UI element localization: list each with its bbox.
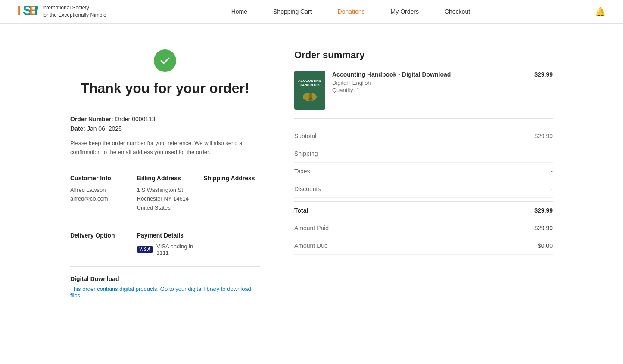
nav-shopping-cart[interactable]: Shopping Cart xyxy=(273,8,312,15)
amount-paid-value: $29.99 xyxy=(534,225,553,231)
product-meta2: Quantity: 1 xyxy=(332,87,527,93)
logo-text: International Society for the Exceptiona… xyxy=(42,4,106,19)
logo-icon: I S E N xyxy=(17,3,38,20)
discounts-value: - xyxy=(551,185,553,192)
billing-line2: Rochester NY 14614 xyxy=(137,194,193,204)
subtotal-row: Subtotal $29.99 xyxy=(294,127,553,145)
svg-rect-5 xyxy=(305,95,308,99)
success-icon-wrap xyxy=(70,49,260,72)
thank-you-title: Thank you for your order! xyxy=(70,80,260,96)
product-info: Accounting Handbook - Digital Download D… xyxy=(332,71,527,94)
billing-line3: United States xyxy=(137,204,193,213)
navigation: Home Shopping Cart Donations My Orders C… xyxy=(231,8,470,15)
product-thumbnail: ACCOUNTINGHANDBOOK xyxy=(294,71,325,110)
customer-info-section: Customer Info Alfred Lawson alfred@cb.co… xyxy=(70,175,127,213)
digital-download-text[interactable]: This order contains digital products. Go… xyxy=(70,286,260,299)
amount-paid-row: Amount Paid $29.99 xyxy=(294,219,553,237)
order-confirmation-left: Thank you for your order! Order Number: … xyxy=(70,49,260,299)
taxes-value: - xyxy=(551,168,553,175)
digital-download-label: Digital Download xyxy=(70,275,260,282)
billing-address-label: Billing Address xyxy=(137,175,193,182)
nav-my-orders[interactable]: My Orders xyxy=(391,8,419,15)
visa-badge: VISA xyxy=(137,246,153,253)
notification-icon[interactable]: 🔔 xyxy=(595,6,606,17)
order-number: Order Number: Order 0000113 xyxy=(70,116,260,123)
subtotal-value: $29.99 xyxy=(534,133,553,139)
visa-wrap: VISA VISA ending in 1111 xyxy=(137,243,193,256)
nav-home[interactable]: Home xyxy=(231,8,247,15)
amount-due-row: Amount Due $0.00 xyxy=(294,237,553,255)
nav-checkout[interactable]: Checkout xyxy=(445,8,470,15)
product-name: Accounting Handbook - Digital Download xyxy=(332,71,527,78)
delivery-option-section: Delivery Option xyxy=(70,232,127,256)
book-title-text: ACCOUNTINGHANDBOOK xyxy=(298,79,321,87)
customer-name: Alfred Lawson xyxy=(70,186,127,195)
amount-paid-label: Amount Paid xyxy=(294,225,329,231)
success-circle xyxy=(154,49,176,72)
taxes-row: Taxes - xyxy=(294,163,553,180)
checkmark-icon xyxy=(159,55,171,67)
main-content: Thank you for your order! Order Number: … xyxy=(53,24,570,316)
svg-text:I: I xyxy=(17,3,21,18)
order-date: Date: Jan 06, 2025 xyxy=(70,125,260,132)
taxes-label: Taxes xyxy=(294,168,310,175)
shipping-address-section: Shipping Address xyxy=(203,175,260,213)
digital-download-link[interactable]: This order contains digital products. Go… xyxy=(70,286,251,299)
header: I S E N International Society for the Ex… xyxy=(0,0,623,24)
payment-details-label: Payment Details xyxy=(137,232,193,239)
shipping-label: Shipping xyxy=(294,150,318,157)
order-meta: Order Number: Order 0000113 Date: Jan 06… xyxy=(70,116,260,132)
empty-section xyxy=(203,232,260,256)
amount-due-label: Amount Due xyxy=(294,242,328,249)
subtotal-label: Subtotal xyxy=(294,133,316,139)
book-decoration xyxy=(301,89,318,102)
divider-3 xyxy=(70,223,260,223)
svg-text:N: N xyxy=(34,3,38,18)
order-note: Please keep the order number for your re… xyxy=(70,139,260,157)
shipping-value: - xyxy=(551,150,553,157)
payment-details-section: Payment Details VISA VISA ending in 1111 xyxy=(137,232,193,256)
product-meta1: Digital | English xyxy=(332,80,527,86)
digital-download-section: Digital Download This order contains dig… xyxy=(70,275,260,299)
divider-2 xyxy=(70,166,260,166)
delivery-option-label: Delivery Option xyxy=(70,232,127,239)
amount-due-value: $0.00 xyxy=(538,242,553,249)
info-grid: Customer Info Alfred Lawson alfred@cb.co… xyxy=(70,175,260,213)
order-summary-title: Order summary xyxy=(294,49,553,61)
total-value: $29.99 xyxy=(534,207,553,214)
product-row: ACCOUNTINGHANDBOOK Accounting Handbook -… xyxy=(294,71,553,119)
divider-4 xyxy=(70,266,260,267)
order-summary-right: Order summary ACCOUNTINGHANDBOOK Account… xyxy=(294,49,553,299)
divider-1 xyxy=(70,107,260,107)
shipping-row: Shipping - xyxy=(294,145,553,163)
total-label: Total xyxy=(294,207,308,214)
svg-point-7 xyxy=(308,98,313,101)
customer-info-label: Customer Info xyxy=(70,175,127,182)
logo: I S E N International Society for the Ex… xyxy=(17,3,106,20)
discounts-label: Discounts xyxy=(294,185,321,192)
product-price: $29.99 xyxy=(534,71,553,78)
billing-address-section: Billing Address 1 S Washington St Roches… xyxy=(137,175,193,213)
nav-donations[interactable]: Donations xyxy=(338,8,365,15)
visa-text: VISA ending in 1111 xyxy=(156,243,193,256)
discounts-row: Discounts - xyxy=(294,180,553,198)
shipping-address-label: Shipping Address xyxy=(203,175,260,182)
billing-line1: 1 S Washington St xyxy=(137,186,193,195)
payment-grid: Delivery Option Payment Details VISA VIS… xyxy=(70,232,260,256)
total-row: Total $29.99 xyxy=(294,201,553,219)
customer-email: alfred@cb.com xyxy=(70,194,127,204)
